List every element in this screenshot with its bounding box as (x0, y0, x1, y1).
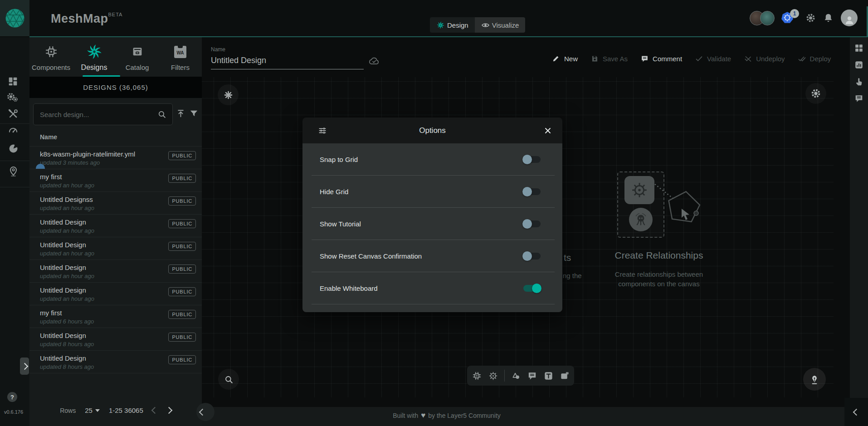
design-name-label: Name (211, 46, 225, 53)
filter-funnel-icon[interactable] (189, 108, 199, 119)
close-icon[interactable] (543, 126, 552, 135)
design-name: my first (40, 309, 62, 317)
design-name: Untitled Design (40, 218, 86, 226)
deploy-button[interactable]: Deploy (798, 54, 831, 63)
design-list-item[interactable]: Untitled Design updated an hour ago PUBL… (29, 237, 202, 260)
canvas-settings-button[interactable] (805, 83, 826, 104)
left-nav-rail: ? v0.6.176 (0, 37, 29, 426)
crossed-check-icon (744, 54, 752, 63)
design-list-item[interactable]: k8s-wasm-plugin-ratelimiter.yml updated … (29, 147, 202, 169)
design-updated: updated an hour ago (40, 205, 94, 211)
cloud-saved-icon (367, 55, 381, 67)
canvas-zoom-button[interactable] (218, 369, 239, 390)
notifications-bell-icon[interactable] (823, 12, 834, 24)
design-list-item[interactable]: Untitled Designss updated an hour ago PU… (29, 192, 202, 215)
toggle-switch[interactable] (523, 285, 541, 292)
toggle-switch[interactable] (523, 156, 541, 163)
design-name: Untitled Design (40, 332, 86, 339)
new-button[interactable]: New (552, 54, 578, 63)
rail-divider (0, 123, 29, 124)
meshmap-pin-icon[interactable] (7, 165, 20, 177)
modal-title: Options (302, 126, 562, 135)
pencil-icon (552, 54, 561, 63)
dashboard-icon[interactable] (7, 76, 19, 87)
layer5-logo[interactable] (0, 0, 29, 36)
whiteboard-pen-button[interactable] (803, 368, 826, 391)
magnifier-icon (224, 374, 234, 385)
visibility-badge: PUBLIC (168, 355, 196, 364)
toggle-switch[interactable] (523, 188, 541, 195)
collaborator-avatar-2[interactable] (760, 11, 775, 25)
design-name-input[interactable] (211, 55, 364, 69)
design-list-item[interactable]: my first updated 6 hours ago PUBLIC (29, 305, 202, 328)
design-list-item[interactable]: Untitled Design updated an hour ago PUBL… (29, 283, 202, 305)
widgets-grid-icon[interactable] (854, 43, 864, 53)
image-tool-icon[interactable] (560, 371, 570, 381)
design-list-item[interactable]: my first updated an hour ago PUBLIC (29, 169, 202, 192)
save-as-button[interactable]: Save As (590, 54, 628, 63)
visibility-badge: PUBLIC (168, 264, 196, 274)
validate-button[interactable]: Validate (695, 54, 731, 63)
lifecycle-icon[interactable] (6, 92, 16, 102)
toggle-switch[interactable] (523, 220, 541, 227)
option-label: Hide Grid (320, 188, 523, 196)
rail-expand-handle[interactable] (20, 357, 29, 375)
settings-gear-icon[interactable] (805, 12, 816, 24)
tab-components[interactable]: Components (29, 40, 73, 75)
cursor-arrow-icon (680, 208, 692, 220)
tutorial-heading: Create Relationships (603, 250, 715, 261)
design-list-item[interactable]: Untitled Design updated 8 hours ago PUBL… (29, 328, 202, 351)
prev-page-button[interactable] (151, 407, 159, 414)
collapse-right-handle[interactable] (853, 408, 860, 416)
design-mode-button[interactable]: Design (430, 17, 475, 33)
search-icon[interactable] (157, 109, 167, 119)
floppy-icon (590, 54, 599, 63)
panel-collapse-handle[interactable] (196, 403, 215, 421)
configuration-tools-icon[interactable] (7, 108, 19, 120)
extensions-pie-icon[interactable] (7, 142, 20, 155)
design-list-item[interactable]: Untitled Design updated 8 hours ago PUBL… (29, 351, 202, 373)
canvas-mesh-sync-button[interactable] (218, 84, 239, 105)
user-avatar[interactable] (841, 10, 858, 26)
toggle-switch[interactable] (523, 253, 541, 260)
comment-button[interactable]: Comment (640, 54, 682, 63)
comment-tool-icon[interactable] (527, 371, 537, 381)
kubernetes-tool-icon[interactable] (488, 371, 498, 381)
search-input[interactable] (34, 111, 157, 118)
design-updated: updated an hour ago (40, 182, 94, 189)
comments-panel-icon[interactable] (854, 93, 864, 103)
rows-per-page-select[interactable]: 25 (85, 406, 100, 414)
upload-design-icon[interactable] (176, 108, 186, 119)
canvas-action-bar: New Save As Comment Validate Undeploy De… (552, 50, 831, 67)
comment-icon (640, 54, 649, 63)
text-tool-icon[interactable] (543, 371, 554, 381)
chart-panel-icon[interactable] (854, 60, 864, 70)
interact-hand-icon[interactable] (854, 77, 864, 87)
next-page-button[interactable] (166, 407, 173, 414)
designs-pinwheel-icon (86, 43, 103, 60)
visualize-eye-icon (481, 21, 490, 29)
canvas-tool-dock (467, 366, 574, 386)
tab-filters[interactable]: WA Filters (159, 40, 202, 75)
performance-gauge-icon[interactable] (7, 124, 19, 136)
visibility-badge: PUBLIC (168, 174, 196, 183)
kubernetes-context-badge: 1 (790, 9, 799, 18)
chevron-right-icon (21, 362, 28, 370)
top-header: MeshMapBETA Design Visualize 1 (0, 0, 868, 36)
visibility-badge: PUBLIC (168, 242, 196, 251)
design-list-item[interactable]: Untitled Design updated an hour ago PUBL… (29, 215, 202, 237)
shapes-tool-icon[interactable] (511, 371, 521, 381)
rail-divider (0, 161, 29, 161)
undeploy-button[interactable]: Undeploy (744, 54, 785, 63)
component-tool-icon[interactable] (472, 371, 482, 381)
tab-designs[interactable]: Designs (73, 40, 116, 75)
heart-icon: ♥ (421, 411, 425, 420)
tab-catalog[interactable]: Catalog (116, 40, 159, 75)
visualize-mode-button[interactable]: Visualize (475, 17, 526, 33)
design-pinwheel-icon (436, 21, 445, 29)
design-list-item[interactable]: Untitled Design updated an hour ago PUBL… (29, 260, 202, 283)
pagination: Rows 25 1-25 36065 (29, 406, 202, 414)
dock-divider (504, 370, 505, 382)
help-button[interactable]: ? (7, 392, 17, 402)
gear-icon (810, 88, 822, 99)
